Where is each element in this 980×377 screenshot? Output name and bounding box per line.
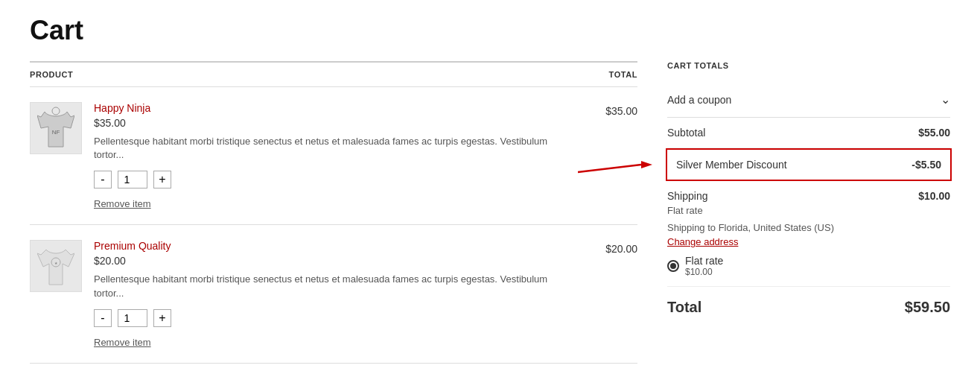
discount-label: Silver Member Discount [676,159,787,171]
cart-sidebar: CART TOTALS Add a coupon ⌄ Subtotal $55.… [667,61,950,364]
change-address-link[interactable]: Change address [667,236,950,247]
total-label: Total [667,299,701,316]
flat-rate-option-label: Flat rate [685,255,723,267]
coupon-row[interactable]: Add a coupon ⌄ [667,82,950,118]
remove-item-btn-2[interactable]: Remove item [94,337,151,348]
cart-item-product-col: NF Happy Ninja $35.00 Pellentesque habit… [30,102,573,209]
cart-item-price-2: $20.00 [94,255,573,267]
radio-inner [670,263,676,269]
col-total-header: TOTAL [609,70,637,79]
coupon-label: Add a coupon [667,94,731,106]
quantity-input[interactable] [118,171,147,188]
flat-rate-option-price: $10.00 [685,267,723,277]
cart-item-product-col-2: ★ Premium Quality $20.00 Pellentesque ha… [30,240,573,347]
total-row: Total $59.50 [667,287,950,328]
svg-line-4 [578,165,641,172]
flat-rate-text: Flat rate [667,205,950,216]
chevron-down-icon[interactable]: ⌄ [941,92,950,107]
cart-item-quantity: - + [94,171,573,188]
cart-item-premium-quality: ★ Premium Quality $20.00 Pellentesque ha… [30,225,637,363]
svg-marker-5 [641,161,652,168]
quantity-increase-btn-2[interactable]: + [153,309,171,327]
cart-item-total-2: $20.00 [585,240,637,255]
cart-main: PRODUCT TOTAL NF Happy Ninja $35.0 [30,61,637,364]
discount-row: Silver Member Discount -$5.50 [666,148,952,181]
svg-text:NF: NF [52,129,60,136]
remove-item-btn[interactable]: Remove item [94,198,151,209]
cart-item-name-2[interactable]: Premium Quality [94,240,171,252]
total-value: $59.50 [905,299,950,316]
flat-rate-radio[interactable] [667,260,679,272]
shipping-row-header: Shipping $10.00 [667,190,950,202]
shipping-option[interactable]: Flat rate $10.00 [667,255,950,277]
cart-item-price: $35.00 [94,117,573,129]
subtotal-label: Subtotal [667,127,705,139]
cart-item-details-2: Premium Quality $20.00 Pellentesque habi… [94,240,573,347]
shipping-option-details: Flat rate $10.00 [685,255,723,277]
quantity-decrease-btn[interactable]: - [94,171,112,188]
cart-item-image-2: ★ [30,240,82,292]
cart-table-header: PRODUCT TOTAL [30,61,637,87]
subtotal-value: $55.00 [918,127,950,139]
shipping-label: Shipping [667,190,708,202]
quantity-increase-btn[interactable]: + [153,171,171,188]
cart-item-total: $35.00 [585,102,637,117]
svg-point-0 [52,107,60,115]
quantity-decrease-btn-2[interactable]: - [94,309,112,327]
cart-item-description: Pellentesque habitant morbi tristique se… [94,135,573,162]
col-product-header: PRODUCT [30,70,73,79]
annotation-arrow [578,153,660,176]
quantity-input-2[interactable] [118,309,147,327]
cart-totals-title: CART TOTALS [667,61,950,70]
cart-item-image: NF [30,102,82,154]
cart-item-name[interactable]: Happy Ninja [94,102,150,114]
cart-item-details: Happy Ninja $35.00 Pellentesque habitant… [94,102,573,209]
page-title: Cart [30,15,950,46]
shipping-location: Shipping to Florida, United States (US) [667,222,950,233]
discount-value: -$5.50 [911,159,941,171]
subtotal-row: Subtotal $55.00 [667,118,950,148]
shipping-value: $10.00 [918,190,950,202]
cart-item-quantity-2: - + [94,309,573,327]
cart-item-happy-ninja: NF Happy Ninja $35.00 Pellentesque habit… [30,87,637,225]
cart-item-description-2: Pellentesque habitant morbi tristique se… [94,273,573,300]
shipping-row: Shipping $10.00 Flat rate Shipping to Fl… [667,181,950,287]
